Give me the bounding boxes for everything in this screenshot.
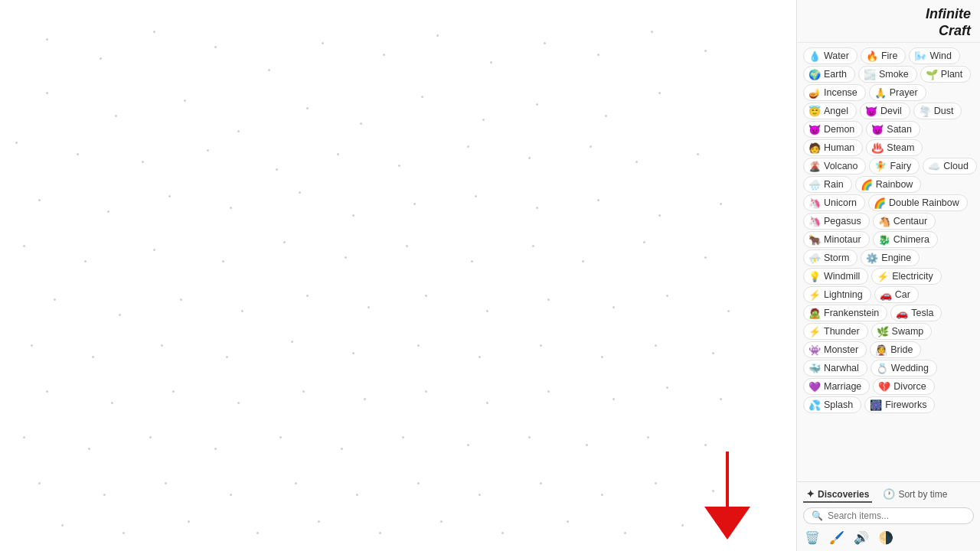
item-chip[interactable]: ⛈️Storm [803, 249, 858, 266]
item-chip[interactable]: 🌪️Dust [913, 103, 962, 119]
item-chip[interactable]: 🌿Swamp [871, 323, 933, 340]
item-label: Swamp [892, 326, 924, 337]
item-chip[interactable]: 💧Water [803, 47, 858, 64]
canvas-dot [712, 352, 714, 354]
item-label: Fireworks [885, 399, 926, 410]
item-chip[interactable]: 🙏Prayer [869, 84, 926, 101]
item-chip[interactable]: 🪔Incense [803, 84, 866, 101]
sort-tab[interactable]: 🕐 Sort by time [880, 487, 950, 503]
item-chip[interactable]: 👾Monster [803, 341, 867, 358]
item-chip[interactable]: 💡Windmill [803, 268, 868, 285]
sound-button[interactable]: 🔊 [852, 529, 871, 546]
item-label: Smoke [879, 69, 909, 80]
items-row: 🌍Earth🌫️Smoke🌱Plant [803, 66, 974, 83]
canvas-dot [149, 436, 152, 439]
item-chip[interactable]: 🦄Unicorn [803, 194, 865, 211]
item-chip[interactable]: 🐳Narwhal [803, 360, 867, 377]
item-label: Plant [941, 69, 963, 80]
canvas-dot [658, 92, 661, 94]
item-chip[interactable]: ⚡Electricity [871, 268, 941, 285]
item-chip[interactable]: 🌈Double Rainbow [868, 194, 968, 211]
item-chip[interactable]: ⚙️Engine [861, 249, 920, 266]
canvas-dot [165, 482, 167, 484]
item-chip[interactable]: 😈Satan [866, 121, 920, 138]
item-label: Tesla [911, 308, 933, 318]
brush-icon: 🖌️ [829, 530, 844, 545]
item-chip[interactable]: 💜Marriage [803, 378, 870, 395]
canvas-dot [46, 92, 48, 94]
canvas-dot [38, 482, 41, 484]
canvas-dot [486, 402, 488, 404]
item-chip[interactable]: 😈Devil [860, 103, 910, 119]
item-icon: 🔥 [866, 51, 878, 61]
item-chip[interactable]: 🌈Rainbow [855, 176, 922, 193]
discoveries-tab[interactable]: ✦ Discoveries [803, 487, 872, 503]
item-icon: 🙏 [874, 88, 887, 98]
item-chip[interactable]: 🚗Car [874, 286, 919, 303]
canvas-dot [352, 214, 354, 217]
canvas-dot [318, 520, 320, 523]
canvas-dot [77, 153, 79, 155]
item-chip[interactable]: 🐴Centaur [873, 213, 936, 230]
item-chip[interactable]: 💔Divorce [873, 378, 934, 395]
item-chip[interactable]: 🐂Minotaur [803, 231, 870, 248]
search-input[interactable] [828, 510, 965, 521]
items-list[interactable]: 💧Water🔥Fire🌬️Wind🌍Earth🌫️Smoke🌱Plant🪔Inc… [797, 43, 980, 481]
items-row: 👾Monster👰Bride [803, 341, 974, 358]
item-chip[interactable]: 🧑Human [803, 139, 863, 156]
item-chip[interactable]: 🚗Tesla [890, 305, 942, 321]
svg-marker-1 [704, 507, 750, 540]
canvas-dot [413, 203, 416, 205]
canvas-dot [601, 356, 603, 358]
canvas-dot [115, 115, 117, 117]
item-chip[interactable]: 💍Wedding [871, 360, 937, 377]
item-label: Double Rainbow [889, 197, 959, 208]
theme-button[interactable]: 🌗 [877, 529, 895, 546]
item-chip[interactable]: 😇Angel [803, 103, 857, 119]
item-chip[interactable]: 🐉Chimera [873, 231, 938, 248]
item-chip[interactable]: 🌫️Smoke [858, 66, 917, 83]
canvas-dot [188, 520, 190, 523]
item-icon: 😈 [871, 125, 884, 135]
item-chip[interactable]: ⚡Lightning [803, 286, 871, 303]
canvas-dot [368, 306, 370, 308]
canvas-dot [237, 130, 240, 132]
item-chip[interactable]: 🌧️Rain [803, 176, 852, 193]
items-row: 🧑Human♨️Steam [803, 139, 974, 156]
item-chip[interactable]: 🦄Pegasus [803, 213, 870, 230]
canvas-dot [111, 402, 113, 404]
canvas-dot [479, 356, 481, 358]
item-chip[interactable]: 👿Demon [803, 121, 863, 138]
item-label: Narwhal [824, 363, 859, 373]
items-row: ⛈️Storm⚙️Engine [803, 249, 974, 266]
item-chip[interactable]: 🌍Earth [803, 66, 855, 83]
item-chip[interactable]: ☁️Cloud [923, 158, 977, 174]
canvas-dot [84, 260, 87, 262]
canvas-dot [501, 532, 504, 534]
brush-button[interactable]: 🖌️ [828, 529, 846, 546]
item-chip[interactable]: 🌱Plant [920, 66, 972, 83]
item-chip[interactable]: ⚡Thunder [803, 323, 868, 340]
item-chip[interactable]: 💦Splash [803, 396, 861, 413]
item-chip[interactable]: 🌋Volcano [803, 158, 866, 174]
item-icon: 👾 [808, 345, 821, 355]
canvas-dot [540, 482, 542, 484]
item-chip[interactable]: 🔥Fire [861, 47, 906, 64]
canvas-dot [528, 436, 531, 439]
app-title: InfiniteCraft [806, 6, 971, 39]
items-row: 💦Splash🎆Fireworks [803, 396, 974, 413]
item-chip[interactable]: 🌬️Wind [909, 47, 959, 64]
item-label: Fire [881, 51, 898, 61]
item-chip[interactable]: 👰Bride [870, 341, 921, 358]
item-chip[interactable]: ♨️Steam [866, 139, 923, 156]
item-chip[interactable]: 🎆Fireworks [864, 396, 935, 413]
search-bar[interactable]: 🔍 [803, 507, 974, 524]
item-chip[interactable]: 🧟Frankenstein [803, 305, 887, 321]
trash-button[interactable]: 🗑️ [803, 529, 822, 546]
item-chip[interactable]: 🧚Fairy [869, 158, 920, 174]
item-icon: 🧟 [808, 308, 821, 318]
canvas-dot [658, 214, 661, 217]
canvas-area [0, 0, 796, 551]
items-row: 👿Demon😈Satan [803, 121, 974, 138]
canvas-dot [479, 494, 481, 496]
